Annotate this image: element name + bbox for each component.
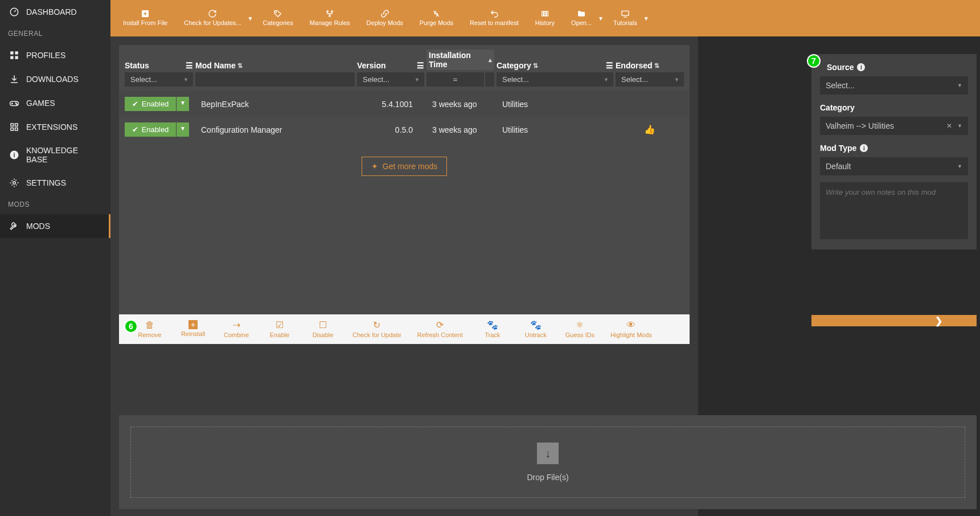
sidebar-mods-header: MODS — [0, 195, 110, 214]
topbar-history[interactable]: History — [528, 6, 561, 30]
svg-point-6 — [15, 103, 17, 104]
filter-time-operator[interactable]: = — [427, 72, 484, 87]
topbar-reset-manifest[interactable]: Reset to manifest — [463, 6, 526, 30]
notes-textarea[interactable] — [820, 182, 968, 239]
action-track[interactable]: 🐾Track — [479, 320, 506, 339]
mod-name: Configuration Manager — [195, 125, 355, 134]
download-icon — [9, 74, 19, 84]
filter-version[interactable]: Select... — [357, 72, 424, 87]
action-check-update[interactable]: ↻Check for Update — [352, 320, 401, 339]
sidebar-dashboard[interactable]: DASHBOARD — [0, 0, 110, 24]
svg-point-19 — [329, 15, 331, 17]
expand-strip[interactable] — [811, 315, 977, 326]
svg-rect-22 — [546, 11, 548, 16]
status-badge[interactable]: ✔Enabled — [125, 122, 176, 137]
topbar-purge-mods[interactable]: Purge Mods — [413, 6, 460, 30]
svg-rect-10 — [11, 128, 14, 131]
action-remove[interactable]: 🗑Remove — [136, 320, 163, 339]
source-label: Source i — [820, 63, 968, 72]
action-combine[interactable]: ⇢Combine — [223, 320, 250, 339]
sidebar-item-profiles[interactable]: PROFILES — [0, 43, 110, 67]
paw-icon: 🐾 — [487, 320, 498, 330]
action-disable[interactable]: ☐Disable — [309, 320, 337, 339]
list-icon[interactable]: ☰ — [186, 61, 193, 70]
filter-modname[interactable] — [195, 72, 355, 87]
svg-rect-1 — [10, 51, 13, 54]
wrench-icon — [9, 221, 19, 231]
col-installtime[interactable]: Installation Time▴ — [427, 50, 494, 70]
topbar-open[interactable]: Open... — [564, 6, 598, 30]
topbar-tutorials[interactable]: Tutorials — [606, 6, 644, 30]
mod-endorsed[interactable]: 👍 — [616, 124, 684, 135]
chevron-down-icon[interactable]: ▼ — [598, 15, 604, 22]
category-label: Category — [820, 103, 968, 112]
mod-category: Utilities — [497, 125, 613, 134]
topbar-categories[interactable]: Categories — [256, 6, 300, 30]
annotation-marker-6: 6 — [124, 320, 138, 333]
sidebar-item-mods[interactable]: MODS — [0, 214, 110, 238]
table-row[interactable]: ✔Enabled ▼ BepInExPack 5.4.1001 3 weeks … — [119, 91, 690, 117]
sort-asc-icon[interactable]: ▴ — [489, 56, 492, 64]
topbar-manage-rules[interactable]: Manage Rules — [303, 6, 357, 30]
action-untrack[interactable]: 🐾Untrack — [522, 320, 550, 339]
chevron-down-icon[interactable]: ▼ — [248, 15, 253, 22]
check-icon: ✔ — [132, 100, 138, 108]
trash-icon: 🗑 — [145, 320, 154, 330]
tutorial-icon — [621, 9, 630, 18]
clear-icon[interactable]: ✕ — [946, 122, 952, 130]
extensions-icon — [9, 122, 19, 132]
topbar-install-from-file[interactable]: Install From File — [116, 6, 174, 30]
sidebar-item-extensions[interactable]: EXTENSIONS — [0, 115, 110, 139]
drop-label: Drop File(s) — [527, 473, 568, 482]
col-status[interactable]: Status☰ — [125, 61, 193, 70]
status-dropdown[interactable]: ▼ — [177, 97, 189, 111]
action-enable[interactable]: ☑Enable — [266, 320, 293, 339]
sort-icon[interactable]: ⇅ — [654, 62, 659, 69]
folder-icon — [577, 9, 586, 18]
action-reinstall[interactable]: +Reinstall — [179, 320, 207, 338]
sort-icon[interactable]: ⇅ — [533, 62, 538, 69]
sidebar-dashboard-label: DASHBOARD — [26, 7, 77, 17]
sidebar-item-settings[interactable]: SETTINGS — [0, 171, 110, 195]
gauge-icon — [9, 7, 19, 17]
filter-endorsed[interactable]: Select... — [616, 72, 684, 87]
svg-rect-4 — [15, 56, 18, 59]
atom-icon: ⚛ — [576, 320, 584, 330]
filter-status[interactable]: Select... — [125, 72, 193, 87]
status-badge[interactable]: ✔Enabled — [125, 97, 176, 111]
sort-icon[interactable]: ⇅ — [237, 62, 243, 69]
sidebar-item-downloads[interactable]: DOWNLOADS — [0, 67, 110, 91]
svg-point-18 — [331, 11, 333, 13]
info-icon[interactable]: i — [857, 63, 865, 71]
status-dropdown[interactable]: ▼ — [177, 122, 189, 137]
sidebar-item-games[interactable]: GAMES — [0, 91, 110, 115]
modtype-label: Mod Type i — [820, 144, 968, 153]
table-row[interactable]: ✔Enabled ▼ Configuration Manager 0.5.0 3… — [119, 117, 690, 142]
modtype-select[interactable]: Default — [820, 157, 968, 175]
list-icon[interactable]: ☰ — [417, 61, 424, 70]
action-refresh-content[interactable]: ⟳Refresh Content — [417, 320, 463, 339]
sidebar-general-header: GENERAL — [0, 24, 110, 43]
col-endorsed[interactable]: Endorsed⇅ — [616, 61, 684, 70]
col-category[interactable]: Category⇅☰ — [497, 61, 613, 70]
list-icon[interactable]: ☰ — [606, 61, 613, 70]
source-select[interactable]: Select... — [820, 76, 968, 95]
filter-category[interactable]: Select... — [497, 72, 613, 87]
col-version[interactable]: Version☰ — [357, 61, 424, 70]
history-icon — [540, 9, 550, 18]
drop-zone[interactable]: ↓ Drop File(s) — [130, 427, 965, 498]
topbar: Install From File Check for Updates... ▼… — [110, 0, 980, 36]
get-more-mods-button[interactable]: ✦ Get more mods — [362, 157, 447, 176]
info-icon[interactable]: i — [860, 144, 868, 152]
unlink-icon — [432, 9, 441, 18]
col-modname[interactable]: Mod Name⇅ — [195, 61, 355, 70]
action-guess-ids[interactable]: ⚛Guess IDs — [565, 320, 594, 339]
category-select[interactable]: Valheim --> Utilities✕ — [820, 117, 968, 135]
chevron-down-icon[interactable]: ▼ — [643, 15, 649, 22]
topbar-check-updates[interactable]: Check for Updates... — [177, 6, 248, 30]
sidebar-item-knowledge[interactable]: i KNOWLEDGE BASE — [0, 139, 110, 171]
action-highlight-mods[interactable]: 👁Highlight Mods — [610, 320, 652, 339]
topbar-deploy-mods[interactable]: Deploy Mods — [360, 6, 410, 30]
sidebar: DASHBOARD GENERAL PROFILES DOWNLOADS GAM… — [0, 0, 110, 516]
filter-time-value[interactable] — [485, 72, 494, 87]
